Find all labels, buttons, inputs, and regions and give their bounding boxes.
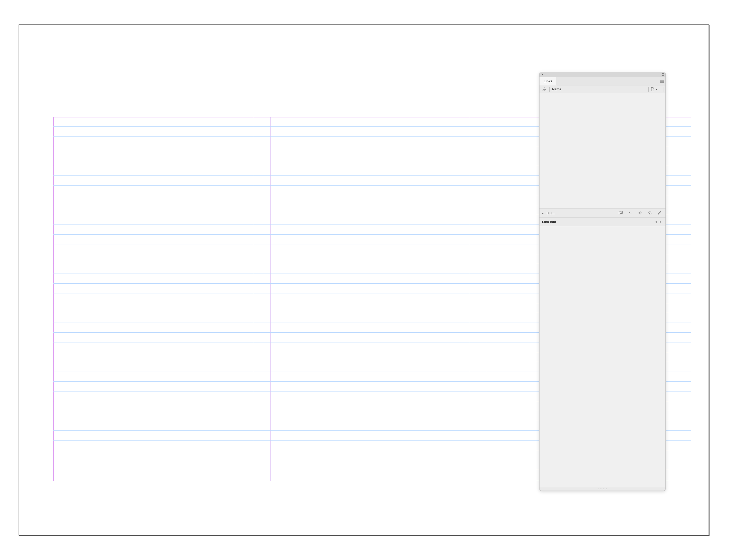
svg-point-1: [544, 90, 545, 91]
links-columns-header[interactable]: Name ▲: [539, 85, 665, 93]
column-name-label: Name: [552, 87, 561, 91]
relink-button[interactable]: [627, 209, 634, 217]
column-divider[interactable]: [648, 87, 649, 92]
link-info-label: Link Info: [542, 220, 556, 224]
edit-original-button[interactable]: [656, 209, 663, 217]
sort-ascending-icon: ▲: [655, 88, 657, 91]
column-page[interactable]: ▲: [651, 87, 661, 91]
tab-links[interactable]: Links: [539, 77, 557, 85]
links-status-row: ⌄ 0 Li...: [539, 208, 665, 218]
relink-cc-button[interactable]: [617, 209, 624, 217]
panel-titlebar[interactable]: ✕ ⟨⟨: [539, 72, 665, 77]
column-name[interactable]: Name: [552, 87, 646, 91]
panel-resize-grip[interactable]: [539, 487, 665, 491]
next-link-icon[interactable]: [658, 220, 663, 224]
page-icon: [651, 87, 654, 91]
selected-count: 0 Li...: [547, 211, 555, 215]
close-icon[interactable]: ✕: [541, 73, 544, 76]
prev-link-icon[interactable]: [654, 220, 658, 224]
tab-label: Links: [544, 79, 552, 83]
links-list[interactable]: [539, 93, 665, 208]
links-panel[interactable]: ✕ ⟨⟨ Links Name ▲: [539, 72, 666, 491]
chevron-down-icon[interactable]: ⌄: [542, 211, 544, 215]
collapse-icon[interactable]: ⟨⟨: [662, 73, 664, 76]
panel-tabs: Links: [539, 77, 665, 85]
update-link-button[interactable]: [646, 209, 654, 217]
column-divider[interactable]: [549, 87, 550, 92]
goto-link-button[interactable]: [637, 209, 644, 217]
link-info-header[interactable]: Link Info: [539, 218, 665, 226]
link-info-body: [539, 226, 665, 487]
column-divider[interactable]: [663, 87, 663, 92]
panel-flyout-menu-icon[interactable]: [658, 77, 665, 85]
column-status-icon[interactable]: [542, 87, 547, 91]
